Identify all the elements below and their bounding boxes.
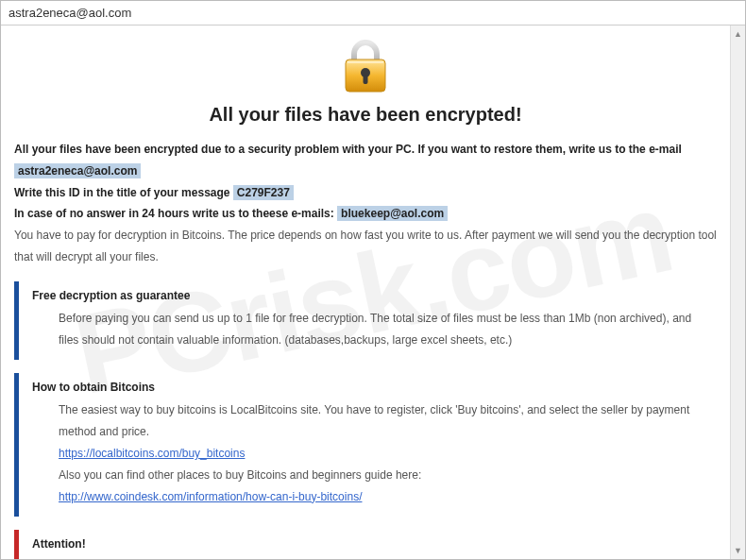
ransom-window: astra2eneca@aol.com PCrisk.com: [0, 0, 746, 560]
attention-title: Attention!: [32, 537, 705, 551]
vertical-scrollbar[interactable]: ▲ ▼: [730, 25, 745, 559]
primary-email: astra2eneca@aol.com: [14, 163, 141, 178]
secondary-email: bluekeep@aol.com: [337, 206, 448, 221]
message-id: C279F237: [233, 185, 294, 200]
free-decryption-section: Free decryption as guarantee Before payi…: [14, 281, 717, 361]
window-title: astra2eneca@aol.com: [8, 6, 131, 20]
obtain-p2: Also you can find other places to buy Bi…: [59, 465, 705, 486]
main-heading: All your files have been encrypted!: [14, 104, 717, 126]
attention-bullets: Do not rename encrypted files. Do not tr…: [32, 556, 705, 559]
coindesk-link[interactable]: http://www.coindesk.com/information/how-…: [59, 490, 362, 503]
attention-section: Attention! Do not rename encrypted files…: [14, 530, 717, 559]
lock-icon-wrap: [14, 39, 717, 96]
list-item: Do not rename encrypted files.: [74, 556, 705, 559]
localbitcoins-link[interactable]: https://localbitcoins.com/buy_bitcoins: [59, 447, 245, 460]
intro-text-3: In case of no answer in 24 hours write u…: [14, 207, 337, 220]
content-area: PCrisk.com: [1, 25, 745, 559]
intro-text-1: All your files have been encrypted due t…: [14, 143, 682, 156]
intro-line-2: Write this ID in the title of your messa…: [14, 182, 717, 204]
titlebar: astra2eneca@aol.com: [1, 1, 745, 25]
obtain-body: The easiest way to buy bitcoins is Local…: [32, 399, 705, 507]
intro-line-3: In case of no answer in 24 hours write u…: [14, 203, 717, 225]
intro-line-1: All your files have been encrypted due t…: [14, 139, 717, 182]
svg-rect-1: [348, 61, 383, 63]
scroll-up-arrow[interactable]: ▲: [734, 29, 742, 39]
lock-icon: [340, 39, 391, 93]
intro-block: All your files have been encrypted due t…: [14, 139, 717, 268]
obtain-title: How to obtain Bitcoins: [32, 381, 705, 394]
free-decryption-body: Before paying you can send us up to 1 fi…: [32, 308, 705, 351]
scroll-down-arrow[interactable]: ▼: [734, 546, 742, 555]
pay-line: You have to pay for decryption in Bitcoi…: [14, 225, 717, 268]
obtain-bitcoins-section: How to obtain Bitcoins The easiest way t…: [14, 373, 717, 517]
content: All your files have been encrypted! All …: [1, 25, 730, 559]
svg-rect-3: [364, 75, 368, 84]
intro-text-2: Write this ID in the title of your messa…: [14, 186, 233, 199]
obtain-p1: The easiest way to buy bitcoins is Local…: [59, 399, 705, 443]
free-decryption-title: Free decryption as guarantee: [32, 289, 705, 302]
